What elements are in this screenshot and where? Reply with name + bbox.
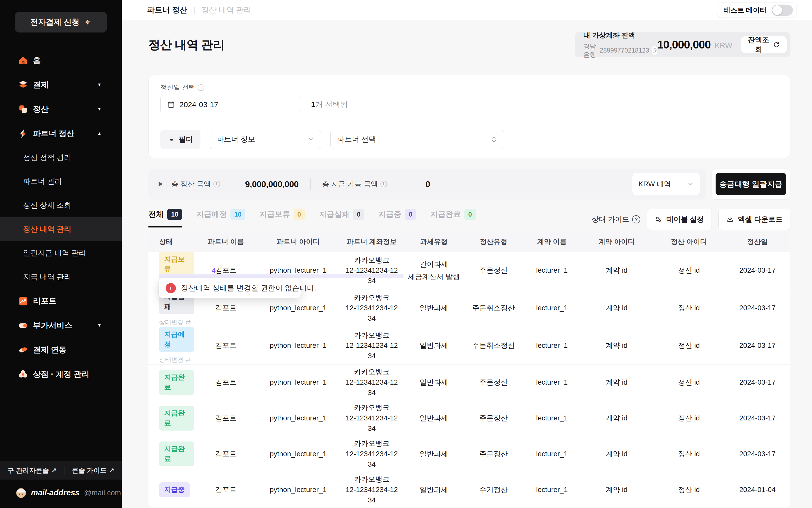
settlement-type-cell: 수기정산 [463,472,524,507]
bank-name: 경남은행 [583,42,597,59]
sidebar-item-settlement[interactable]: 정산▼ [0,97,122,121]
contract-id-cell: 계약 id [580,472,653,507]
sidebar-item-addons[interactable]: 부가서비스▼ [0,313,122,338]
currency-history-value: KRW 내역 [638,179,687,189]
contract-name-cell: lecturer_1 [524,252,580,289]
report-icon [18,296,28,306]
contract-name-cell: lecturer_1 [524,365,580,400]
settlement-id-cell: 정산 id [653,365,724,400]
tab-scheduled[interactable]: 지급예정10 [196,209,245,227]
divider [64,466,64,475]
column-header: 계약 이름 [524,231,580,252]
e-payment-apply-button[interactable]: 전자결제 신청 [15,12,107,33]
contract-id-cell: 계약 id [580,327,653,364]
partner-select[interactable]: 파트너 선택 [330,130,504,149]
sidebar-item-partner-settlement[interactable]: 파트너 정산▲ [0,121,122,146]
status-cell: 지급완료 [148,436,194,472]
tab-count-badge: 0 [464,209,476,220]
sidebar-item-label: 파트너 정산 [33,128,75,139]
tab-count-badge: 10 [167,209,182,220]
table-row[interactable]: 지급예정상태변경⇄김포트python_lecturer_1카카오뱅크12-123… [148,327,791,364]
settlement-type-cell: 주문정산 [463,252,524,289]
virtual-account-balance-card: 내 가상계좌 잔액 경남은행 28999770218123 10,000,000… [575,32,791,57]
table-row[interactable]: 지급완료김포트python_lecturer_1카카오뱅크12-12341234… [148,364,791,400]
error-icon: i [166,283,176,293]
status-change-link[interactable]: 상태변경⇄ [159,355,191,364]
settlement-date-cell: 2024-03-17 [724,436,791,472]
table-settings-button[interactable]: 테이블 설정 [647,209,712,230]
sidebar-subitem-batch-payout-history[interactable]: 일괄지급 내역 관리 [0,241,122,265]
status-badge: 지급중 [159,482,190,497]
settlement-date-cell: 2024-03-17 [724,327,791,364]
test-data-toggle[interactable] [772,5,793,16]
column-header: 계약 아이디 [580,231,653,252]
sidebar-subitem-settlement-history[interactable]: 정산 내역 관리 [0,217,122,241]
total-payable-label: 총 지급 가능 금액i [322,179,387,189]
chevron-up-down-icon [491,136,497,143]
partner-info-select[interactable]: 파트너 정보 [210,130,321,149]
table-row[interactable]: 지급완료김포트python_lecturer_1카카오뱅크12-12341234… [148,400,791,436]
partner-account-cell: 카카오뱅크12-12341234-1234 [339,327,405,364]
info-icon[interactable]: i [198,84,204,91]
excel-download-button[interactable]: 엑셀 다운로드 [718,209,791,230]
table-row[interactable]: 지급완료김포트python_lecturer_1카카오뱅크12-12341234… [148,436,791,472]
tax-type-cell: 일반과세 [405,436,463,472]
settlement-date-input[interactable]: 2024-03-17 [161,95,300,114]
sidebar-item-home[interactable]: 홈 [0,48,122,73]
contract-name-cell: lecturer_1 [524,472,580,507]
status-change-link[interactable]: 상태변경⇄ [159,318,191,327]
filter-button[interactable]: 필터 [161,130,200,149]
partner-name-cell: 김포트 [194,400,258,436]
refresh-icon [773,41,780,48]
balance-refresh-label: 잔액조회 [748,35,769,54]
sidebar-item-report[interactable]: 리포트 [0,289,122,313]
bulk-pay-button[interactable]: 송금대행 일괄지급 [716,173,786,195]
balance-refresh-button[interactable]: 잔액조회 [741,36,787,53]
home-icon [18,55,28,65]
balance-bank-info: 경남은행 28999770218123 [583,42,657,59]
sidebar-subitem-payout-history[interactable]: 지급 내역 관리 [0,265,122,289]
page-head: 정산 내역 관리 내 가상계좌 잔액 경남은행 28999770218123 1… [148,32,791,57]
column-header: 정산일 [724,231,791,252]
tab-hold[interactable]: 지급보류0 [260,209,305,227]
tab-done[interactable]: 지급완료0 [431,209,476,227]
settlement-type-cell: 주문정산 [463,436,524,472]
tab-all[interactable]: 전체10 [148,209,182,227]
info-icon[interactable]: i [380,181,387,187]
filter-icon [168,136,175,143]
settlement-type-cell: 주문취소정산 [463,327,524,364]
sidebar-item-store-account[interactable]: 상점 · 계정 관리 [0,362,122,386]
sidebar-item-payments[interactable]: 결제▼ [0,73,122,97]
settlement-type-cell: 주문취소정산 [463,289,524,327]
settlement-type-cell: 주문정산 [463,365,524,400]
sidebar-subitem-settlement-detail[interactable]: 정산 상세 조회 [0,194,122,217]
tab-failed[interactable]: 지급실패0 [319,209,364,227]
swap-icon: ⇄ [186,355,191,364]
copy-icon[interactable] [652,46,657,55]
footer-link-legacy-console[interactable]: 구 관리자콘솔↗ [8,466,57,475]
currency-history-select[interactable]: KRW 내역 [632,173,700,195]
question-icon[interactable]: ? [632,215,640,223]
footer-link-console-guide[interactable]: 콘솔 가이드↗ [72,466,114,475]
contract-name-cell: lecturer_1 [524,327,580,364]
tab-count-badge: 0 [405,209,416,220]
partner-account-cell: 카카오뱅크12-12341234-1234 [339,289,405,327]
contract-id-cell: 계약 id [580,289,653,327]
sidebar-footer: 구 관리자콘솔↗콘솔 가이드↗ mail-address @mail.com [0,461,122,508]
download-icon [726,216,734,223]
table-row[interactable]: 지급중김포트python_lecturer_1카카오뱅크12-12341234-… [148,472,791,507]
sidebar-subitem-settlement-policy[interactable]: 정산 정책 관리 [0,146,122,170]
tab-paying[interactable]: 지급중0 [378,209,416,227]
sidebar-item-label: 상점 · 계정 관리 [33,369,89,380]
topbar: 파트너 정산 | 정산 내역 관리 테스트 데이터 [122,0,812,20]
info-icon[interactable]: i [213,181,220,187]
filter-card: 정산일 선택 i 2024-03-17 1개 선택됨 [148,75,791,158]
partner-name-cell: 김포트 [194,436,258,472]
table-settings-label: 테이블 설정 [666,215,704,224]
sidebar-subitem-partner-management[interactable]: 파트너 관리 [0,170,122,194]
status-badge: 지급예정 [159,327,194,352]
account-row[interactable]: mail-address @mail.com [0,479,122,508]
breadcrumb-section[interactable]: 파트너 정산 [147,5,187,15]
expand-triangle-icon[interactable] [159,181,163,186]
sidebar-item-integration[interactable]: 결제 연동 [0,338,122,362]
